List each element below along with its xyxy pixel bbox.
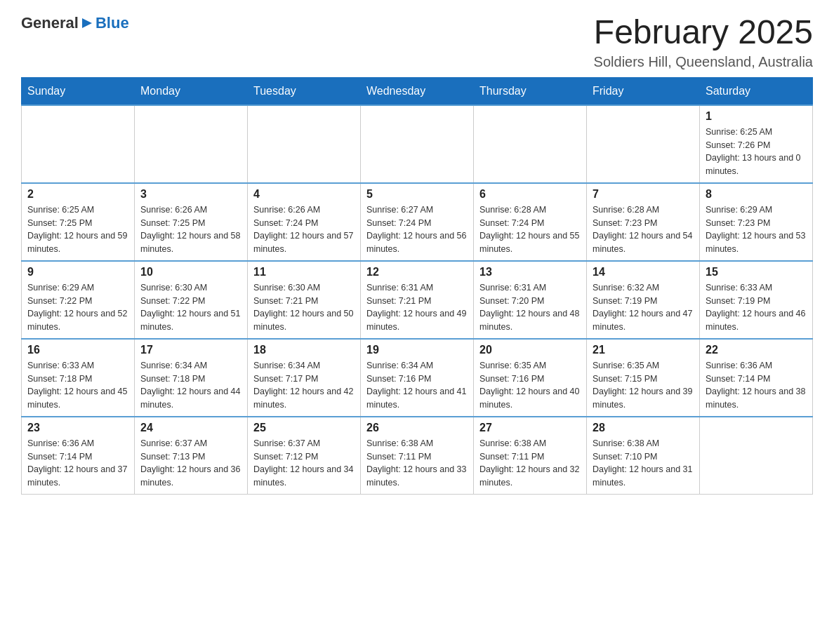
calendar-cell: 4Sunrise: 6:26 AMSunset: 7:24 PMDaylight… (248, 183, 361, 261)
day-number: 11 (253, 266, 355, 279)
day-info: Sunrise: 6:35 AMSunset: 7:16 PMDaylight:… (479, 359, 581, 412)
calendar-cell: 20Sunrise: 6:35 AMSunset: 7:16 PMDayligh… (474, 339, 587, 417)
calendar-cell: 3Sunrise: 6:26 AMSunset: 7:25 PMDaylight… (135, 183, 248, 261)
calendar-cell: 17Sunrise: 6:34 AMSunset: 7:18 PMDayligh… (135, 339, 248, 417)
calendar-cell: 22Sunrise: 6:36 AMSunset: 7:14 PMDayligh… (700, 339, 813, 417)
week-row-1: 1Sunrise: 6:25 AMSunset: 7:26 PMDaylight… (22, 105, 813, 183)
calendar-cell (361, 105, 474, 183)
day-number: 2 (27, 188, 128, 201)
calendar-cell (700, 417, 813, 495)
day-number: 12 (366, 266, 468, 279)
title-area: February 2025 Soldiers Hill, Queensland,… (594, 14, 813, 70)
calendar-cell: 19Sunrise: 6:34 AMSunset: 7:16 PMDayligh… (361, 339, 474, 417)
day-info: Sunrise: 6:30 AMSunset: 7:22 PMDaylight:… (140, 281, 241, 334)
page-header: General Blue February 2025 Soldiers Hill… (21, 14, 813, 70)
week-row-3: 9Sunrise: 6:29 AMSunset: 7:22 PMDaylight… (22, 261, 813, 339)
day-info: Sunrise: 6:30 AMSunset: 7:21 PMDaylight:… (253, 281, 355, 334)
day-number: 19 (366, 344, 468, 356)
day-info: Sunrise: 6:37 AMSunset: 7:13 PMDaylight:… (140, 437, 241, 490)
day-number: 10 (140, 266, 241, 279)
day-info: Sunrise: 6:25 AMSunset: 7:26 PMDaylight:… (706, 126, 807, 178)
logo: General Blue (21, 14, 129, 32)
calendar-cell (135, 105, 248, 183)
month-title: February 2025 (594, 14, 813, 51)
day-info: Sunrise: 6:26 AMSunset: 7:24 PMDaylight:… (253, 203, 355, 256)
day-info: Sunrise: 6:25 AMSunset: 7:25 PMDaylight:… (27, 203, 128, 256)
day-number: 23 (27, 422, 128, 434)
day-info: Sunrise: 6:31 AMSunset: 7:21 PMDaylight:… (366, 281, 468, 334)
calendar-header-row: Sunday Monday Tuesday Wednesday Thursday… (22, 77, 813, 105)
day-info: Sunrise: 6:33 AMSunset: 7:18 PMDaylight:… (27, 359, 128, 412)
calendar-table: Sunday Monday Tuesday Wednesday Thursday… (21, 77, 813, 495)
calendar-cell: 6Sunrise: 6:28 AMSunset: 7:24 PMDaylight… (474, 183, 587, 261)
day-number: 18 (253, 344, 355, 356)
calendar-cell: 26Sunrise: 6:38 AMSunset: 7:11 PMDayligh… (361, 417, 474, 495)
day-number: 13 (479, 266, 581, 279)
day-number: 16 (27, 344, 128, 356)
calendar-cell: 2Sunrise: 6:25 AMSunset: 7:25 PMDaylight… (22, 183, 135, 261)
day-number: 5 (366, 188, 468, 201)
day-number: 22 (706, 344, 807, 356)
col-saturday: Saturday (700, 77, 813, 105)
col-thursday: Thursday (474, 77, 587, 105)
calendar-cell: 9Sunrise: 6:29 AMSunset: 7:22 PMDaylight… (22, 261, 135, 339)
day-info: Sunrise: 6:34 AMSunset: 7:17 PMDaylight:… (253, 359, 355, 412)
week-row-5: 23Sunrise: 6:36 AMSunset: 7:14 PMDayligh… (22, 417, 813, 495)
day-number: 15 (706, 266, 807, 279)
calendar-cell: 24Sunrise: 6:37 AMSunset: 7:13 PMDayligh… (135, 417, 248, 495)
day-number: 21 (593, 344, 694, 356)
day-info: Sunrise: 6:28 AMSunset: 7:23 PMDaylight:… (593, 203, 694, 256)
calendar-cell: 13Sunrise: 6:31 AMSunset: 7:20 PMDayligh… (474, 261, 587, 339)
calendar-cell: 28Sunrise: 6:38 AMSunset: 7:10 PMDayligh… (587, 417, 700, 495)
calendar-cell: 8Sunrise: 6:29 AMSunset: 7:23 PMDaylight… (700, 183, 813, 261)
logo-blue-text: Blue (95, 14, 129, 32)
col-tuesday: Tuesday (248, 77, 361, 105)
day-info: Sunrise: 6:32 AMSunset: 7:19 PMDaylight:… (593, 281, 694, 334)
day-number: 17 (140, 344, 241, 356)
calendar-cell: 1Sunrise: 6:25 AMSunset: 7:26 PMDaylight… (700, 105, 813, 183)
col-monday: Monday (135, 77, 248, 105)
day-info: Sunrise: 6:33 AMSunset: 7:19 PMDaylight:… (706, 281, 807, 334)
day-info: Sunrise: 6:34 AMSunset: 7:18 PMDaylight:… (140, 359, 241, 412)
day-number: 9 (27, 266, 128, 279)
day-info: Sunrise: 6:26 AMSunset: 7:25 PMDaylight:… (140, 203, 241, 256)
col-sunday: Sunday (22, 77, 135, 105)
day-info: Sunrise: 6:36 AMSunset: 7:14 PMDaylight:… (706, 359, 807, 412)
calendar-cell: 25Sunrise: 6:37 AMSunset: 7:12 PMDayligh… (248, 417, 361, 495)
day-info: Sunrise: 6:35 AMSunset: 7:15 PMDaylight:… (593, 359, 694, 412)
day-info: Sunrise: 6:38 AMSunset: 7:11 PMDaylight:… (366, 437, 468, 490)
calendar-cell: 27Sunrise: 6:38 AMSunset: 7:11 PMDayligh… (474, 417, 587, 495)
day-number: 7 (593, 188, 694, 201)
day-number: 26 (366, 422, 468, 434)
calendar-cell (474, 105, 587, 183)
day-number: 3 (140, 188, 241, 201)
calendar-cell: 10Sunrise: 6:30 AMSunset: 7:22 PMDayligh… (135, 261, 248, 339)
day-info: Sunrise: 6:27 AMSunset: 7:24 PMDaylight:… (366, 203, 468, 256)
day-number: 24 (140, 422, 241, 434)
calendar-cell: 14Sunrise: 6:32 AMSunset: 7:19 PMDayligh… (587, 261, 700, 339)
week-row-2: 2Sunrise: 6:25 AMSunset: 7:25 PMDaylight… (22, 183, 813, 261)
day-number: 6 (479, 188, 581, 201)
day-info: Sunrise: 6:36 AMSunset: 7:14 PMDaylight:… (27, 437, 128, 490)
logo-arrow-icon (79, 15, 95, 31)
day-number: 8 (706, 188, 807, 201)
calendar-cell (248, 105, 361, 183)
calendar-cell: 16Sunrise: 6:33 AMSunset: 7:18 PMDayligh… (22, 339, 135, 417)
svg-marker-0 (82, 18, 92, 28)
calendar-cell: 12Sunrise: 6:31 AMSunset: 7:21 PMDayligh… (361, 261, 474, 339)
day-number: 28 (593, 422, 694, 434)
day-info: Sunrise: 6:28 AMSunset: 7:24 PMDaylight:… (479, 203, 581, 256)
calendar-cell: 18Sunrise: 6:34 AMSunset: 7:17 PMDayligh… (248, 339, 361, 417)
day-number: 27 (479, 422, 581, 434)
week-row-4: 16Sunrise: 6:33 AMSunset: 7:18 PMDayligh… (22, 339, 813, 417)
logo-general-text: General (21, 14, 79, 32)
day-info: Sunrise: 6:34 AMSunset: 7:16 PMDaylight:… (366, 359, 468, 412)
day-info: Sunrise: 6:37 AMSunset: 7:12 PMDaylight:… (253, 437, 355, 490)
calendar-cell (22, 105, 135, 183)
day-info: Sunrise: 6:38 AMSunset: 7:10 PMDaylight:… (593, 437, 694, 490)
calendar-cell: 7Sunrise: 6:28 AMSunset: 7:23 PMDaylight… (587, 183, 700, 261)
day-number: 1 (706, 110, 807, 123)
day-info: Sunrise: 6:38 AMSunset: 7:11 PMDaylight:… (479, 437, 581, 490)
col-friday: Friday (587, 77, 700, 105)
location-text: Soldiers Hill, Queensland, Australia (594, 54, 813, 70)
